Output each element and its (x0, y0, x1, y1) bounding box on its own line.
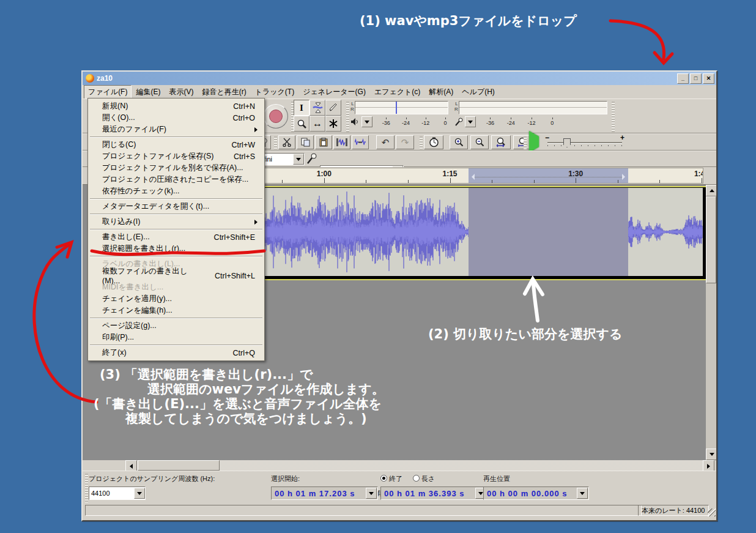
vertical-scroll-thumb[interactable] (706, 196, 716, 283)
playback-meter[interactable]: LR -36-24-120 (350, 101, 448, 132)
file-menu-item[interactable]: 依存性のチェック(k)... (89, 185, 264, 197)
playback-speed-slider[interactable]: − + (545, 135, 624, 149)
envelope-tool-button[interactable] (309, 100, 325, 116)
status-bar: 本来のレート: 44100 (83, 504, 716, 517)
file-menu-item[interactable]: 選択範囲を書き出し(r)... (89, 243, 264, 255)
dropdown-arrow-icon[interactable] (577, 488, 588, 499)
menubar-item-9[interactable]: ヘルプ(H) (458, 85, 499, 99)
menubar-item-8[interactable]: 解析(A) (424, 85, 458, 99)
toolbar-grip[interactable] (612, 102, 615, 132)
timer-record-button[interactable] (424, 135, 443, 149)
dropdown-arrow-icon[interactable] (293, 154, 304, 165)
file-menu-item[interactable]: チェインを適用(y)... (89, 293, 264, 305)
audacity-window: za10 _ □ ✕ ファイル(F)編集(E)表示(V)録音と再生(r)トラック… (81, 70, 717, 521)
meter-dropdown[interactable] (361, 116, 372, 127)
toolbar-grip[interactable] (420, 136, 423, 149)
record-button[interactable] (264, 104, 288, 129)
menubar-item-2[interactable]: 編集(E) (132, 85, 165, 99)
track-selection-region[interactable] (469, 188, 628, 276)
horizontal-scrollbar[interactable] (83, 460, 716, 471)
end-radio[interactable]: 終了 (380, 474, 402, 483)
zoom-in-button[interactable] (450, 135, 468, 149)
file-menu-item[interactable]: チェインを編集(h)... (89, 305, 264, 316)
file-menu-item[interactable]: 開く(O)...Ctrl+O (89, 112, 264, 124)
microphone-icon (454, 117, 464, 127)
menu-item-label: メタデータエディタを開く(t)... (102, 201, 209, 212)
vertical-scrollbar[interactable] (706, 185, 716, 460)
end-radio-icon[interactable] (380, 475, 387, 482)
audio-track[interactable] (261, 186, 707, 280)
rate-select[interactable]: 44100 (89, 486, 146, 500)
silence-icon (355, 138, 366, 147)
dropdown-arrow-icon[interactable] (134, 488, 145, 499)
redo-button[interactable]: ↷ (396, 135, 414, 149)
selection-tool-button[interactable]: I (294, 100, 309, 116)
scroll-down-button[interactable] (706, 449, 716, 460)
toolbar-grip[interactable] (274, 136, 277, 149)
file-menu-item[interactable]: 取り込み(I) (89, 216, 264, 228)
draw-tool-button[interactable] (325, 100, 341, 116)
maximize-button[interactable]: □ (690, 73, 702, 84)
length-radio[interactable]: 長さ (413, 474, 435, 483)
file-menu-item[interactable]: 新規(N)Ctrl+N (89, 100, 264, 112)
file-menu-item[interactable]: 書き出し(E)...Ctrl+Shift+E (89, 231, 264, 243)
playback-meter-scale: -36-24-120 (372, 117, 448, 126)
file-menu-item[interactable]: ページ設定(g)... (89, 320, 264, 332)
timeshift-tool-button[interactable]: ↔ (309, 116, 325, 132)
menubar-item-4[interactable]: 録音と再生(r) (198, 85, 250, 99)
silence-button[interactable] (352, 135, 369, 149)
selection-edge-arrow[interactable] (622, 174, 628, 180)
file-menu-item[interactable]: 終了(x)Ctrl+Q (89, 347, 264, 359)
paste-button[interactable] (315, 135, 332, 149)
file-menu-item[interactable]: 印刷(P)... (89, 332, 264, 343)
meter-dropdown[interactable] (465, 116, 476, 127)
toolbar-grip[interactable] (524, 136, 527, 149)
resize-grip[interactable] (708, 509, 716, 516)
trim-button[interactable] (333, 135, 350, 149)
menubar-item-6[interactable]: ジェネレーター(G) (298, 85, 370, 99)
file-menu-item[interactable]: メタデータエディタを開く(t)... (89, 201, 264, 212)
file-menu-item: MIDIを書き出し... (89, 281, 264, 293)
annotation-step3-line: 複製してしまうので気をつけましょう。) (100, 411, 385, 426)
ruler-time-label: 1:45 (694, 170, 703, 178)
file-menu-item[interactable]: プロジェクトファイルを保存(S)Ctrl+S (89, 151, 264, 162)
menubar-item-5[interactable]: トラック(T) (251, 85, 298, 99)
multi-tool-button[interactable] (325, 116, 341, 132)
selection-start-label: 選択開始: (271, 474, 300, 483)
menubar-item-7[interactable]: エフェクト(c) (370, 85, 424, 99)
dropdown-arrow-icon[interactable] (366, 488, 377, 499)
menubar-item-1[interactable]: ファイル(F) (84, 85, 132, 99)
scroll-up-button[interactable] (706, 185, 716, 196)
undo-button[interactable]: ↶ (376, 135, 395, 149)
recording-meter[interactable]: LR -36-24-120 (454, 101, 607, 132)
length-radio-icon[interactable] (413, 475, 420, 482)
minimize-button[interactable]: _ (677, 73, 689, 84)
menu-item-shortcut: Ctrl+N (218, 102, 255, 111)
zoom-out-button[interactable] (470, 135, 489, 149)
file-menu-item[interactable]: 最近のファイル(F) (89, 124, 264, 135)
copy-icon (301, 138, 310, 147)
play-position-field[interactable]: 00 h 00 m 00.000 s (483, 486, 589, 500)
file-menu-item[interactable]: 複数ファイルの書き出し(M)...Ctrl+Shift+L (89, 270, 264, 281)
file-menu-item[interactable]: プロジェクトの圧縮されたコピーを保存... (89, 174, 264, 185)
menu-item-label: 終了(x) (102, 348, 127, 358)
toolbar-grip[interactable] (346, 102, 349, 132)
close-button[interactable]: ✕ (703, 73, 714, 84)
copy-button[interactable] (297, 135, 314, 149)
file-menu-item[interactable]: 閉じる(C)Ctrl+W (89, 139, 264, 151)
selection-end-field[interactable]: 00 h 01 m 36.393 s (380, 486, 487, 500)
play-at-speed-button[interactable] (529, 136, 539, 147)
selection-start-field[interactable]: 00 h 01 m 17.203 s (271, 486, 378, 500)
file-menu-item[interactable]: プロジェクトファイルを別名で保存(A)... (89, 162, 264, 174)
fit-selection-button[interactable] (491, 135, 511, 149)
horizontal-scroll-thumb[interactable] (138, 460, 220, 471)
timeline-ruler[interactable]: 1:001:151:301:45 (262, 168, 703, 184)
menubar-item-3[interactable]: 表示(V) (165, 85, 198, 99)
toolbar-grip[interactable] (85, 474, 88, 502)
zoom-tool-button[interactable] (294, 116, 309, 132)
output-device-select[interactable]: fini (261, 153, 305, 165)
cut-button[interactable] (278, 135, 295, 149)
selection-edge-arrow[interactable] (469, 174, 475, 180)
ruler-selection-region[interactable] (469, 168, 628, 183)
titlebar[interactable]: za10 _ □ ✕ (83, 72, 716, 85)
